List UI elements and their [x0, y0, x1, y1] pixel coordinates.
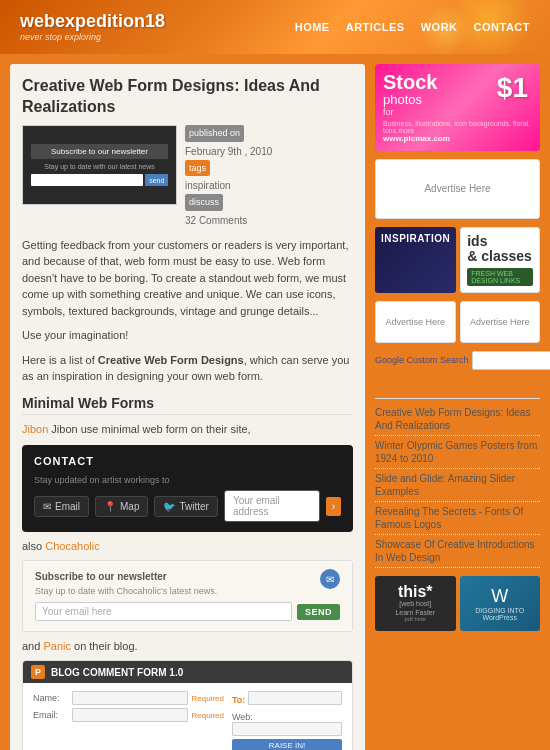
map-icon: 📍 [104, 501, 116, 512]
contact-form-row: ✉ Email 📍 Map 🐦 Twitter Your email addre… [34, 490, 341, 522]
popular-posts-section: Popular Posts Creative Web Form Designs:… [375, 378, 540, 568]
nav-articles[interactable]: ARTICLES [346, 21, 405, 33]
popular-title: Popular Posts [375, 378, 540, 399]
tag-value: inspiration [185, 180, 231, 191]
email-label: Email: [33, 710, 68, 720]
blog-form-header: P BLOG COMMENT FORM 1.0 [23, 661, 352, 683]
newsletter-input-mockup[interactable]: Your email here [35, 602, 292, 621]
article-body-2: Use your imagination! [22, 327, 353, 344]
blog-form-wrapper: P BLOG COMMENT FORM 1.0 Name: Required E… [22, 660, 353, 750]
newsletter-label: Subscribe to our newsletter [35, 571, 340, 582]
panic-link[interactable]: Panic [43, 640, 71, 652]
article-title: Creative Web Form Designs: Ideas And Rea… [22, 76, 353, 118]
name-field-row: Name: Required [33, 691, 224, 705]
comments-value: 32 Comments [185, 215, 247, 226]
blog-email-input-mockup[interactable] [72, 708, 188, 722]
popular-item-2[interactable]: Winter Olypmic Games Posters from 1924 t… [375, 436, 540, 469]
email-field-row: Email: Required [33, 708, 224, 722]
nav-contact[interactable]: CONTACT [474, 21, 530, 33]
chocaholic-link[interactable]: Chocaholic [45, 540, 99, 552]
raise-btn[interactable]: RAISE IN! [232, 739, 342, 750]
logo-text: webexpedition18 [20, 12, 165, 32]
article-thumbnail: Subscribe to our newsletter Stay up to d… [22, 125, 177, 205]
newsletter-row: Your email here SEND [35, 602, 340, 621]
popular-item-5[interactable]: Showcase Of Creative Introductions In We… [375, 535, 540, 568]
blog-form-title: BLOG COMMENT FORM 1.0 [51, 667, 183, 678]
twitter-btn[interactable]: 🐦 Twitter [154, 496, 217, 517]
tag-label: tags [185, 160, 210, 176]
header: webexpedition18 never stop exploring HOM… [0, 0, 550, 54]
and-panic-text: and Panic on their blog. [22, 640, 353, 652]
ad-banner[interactable]: Stock photos for $1 Business, illustrati… [375, 64, 540, 151]
article-meta: published on February 9th , 2010 tags in… [185, 125, 272, 228]
blog-form-right: To: Web: RAISE IN! [232, 691, 342, 750]
advertise-row: Advertise Here Advertise Here [375, 301, 540, 343]
discuss-label: discuss [185, 194, 223, 210]
contact-stay-updated: Stay updated on artist workings to [34, 475, 341, 485]
ad-tagline: Business, illustrations, icon background… [383, 120, 532, 134]
to-input-mockup[interactable] [248, 691, 342, 705]
thumb-subscribe-text: Subscribe to our newsletter [31, 144, 169, 159]
nav-work[interactable]: WORK [421, 21, 458, 33]
inspiration-section: INSPIRATION ids& classes FRESH WEB DESIG… [375, 227, 540, 293]
logo-subtitle: never stop exploring [20, 32, 165, 42]
search-input[interactable] [472, 351, 550, 370]
twitter-icon: 🐦 [163, 501, 175, 512]
this-sub: [web host] [399, 600, 431, 607]
popular-item-1[interactable]: Creative Web Form Designs: Ideas And Rea… [375, 403, 540, 436]
ad-for-text: for [383, 107, 532, 117]
email-icon: ✉ [43, 501, 51, 512]
logo: webexpedition18 never stop exploring [20, 12, 165, 42]
blog-form-fields: Name: Required Email: Required To: [33, 691, 342, 750]
newsletter-sub: Stay up to date with Chocaholic's latest… [35, 586, 340, 596]
also-text: also Chocaholic [22, 540, 353, 552]
advertise-small-1[interactable]: Advertise Here [375, 301, 456, 343]
ad-dollar-text: $1 [497, 72, 528, 104]
this-text: this* [398, 584, 433, 600]
published-label: published on [185, 125, 244, 141]
learn-faster: Learn Faster [395, 609, 435, 616]
advertise-label: Advertise Here [424, 183, 490, 194]
main-nav: HOME ARTICLES WORK CONTACT [295, 21, 530, 33]
web-input-mockup[interactable] [232, 722, 342, 736]
thumb-send-btn: send [145, 174, 168, 186]
thumb-input [31, 174, 144, 186]
email-btn[interactable]: ✉ Email [34, 496, 89, 517]
jibon-link[interactable]: Jibon [22, 423, 48, 435]
popular-item-3[interactable]: Slide and Glide: Amazing Slider Examples [375, 469, 540, 502]
ids-classes-title: ids& classes [467, 234, 533, 265]
search-section: Google Custom Search Search [375, 351, 540, 370]
email-input-mockup[interactable]: Your email address [224, 490, 320, 522]
jibon-intro: Jibon Jibon use minimal web form on thei… [22, 421, 353, 438]
article-meta-row: Subscribe to our newsletter Stay up to d… [22, 125, 353, 228]
ids-classes-sub: FRESH WEB DESIGN LINKS [467, 268, 533, 286]
to-label: To: [232, 695, 245, 705]
nav-home[interactable]: HOME [295, 21, 330, 33]
google-label: Google Custom Search [375, 355, 469, 365]
ids-classes-block: ids& classes FRESH WEB DESIGN LINKS [460, 227, 540, 293]
newsletter-icon: ✉ [320, 569, 340, 589]
newsletter-send-btn[interactable]: SEND [297, 604, 340, 620]
main-container: Creative Web Form Designs: Ideas And Rea… [0, 54, 550, 750]
thumb-input-row: send [31, 174, 169, 186]
wp-logo: W [491, 586, 508, 607]
thumb-tagline: Stay up to date with our latest news [31, 163, 169, 170]
article-body-3: Here is a list of Creative Web Form Desi… [22, 352, 353, 385]
jibon-suffix: Jibon use minimal web form on their site… [51, 423, 250, 435]
published-date: February 9th , 2010 [185, 146, 272, 157]
advertise-here-top[interactable]: Advertise Here [375, 159, 540, 219]
wordpress-thumb[interactable]: W DIGGING INTO WordPress [460, 576, 541, 631]
blog-form-mockup: P BLOG COMMENT FORM 1.0 Name: Required E… [22, 660, 353, 750]
newsletter-mockup: Subscribe to our newsletter Stay up to d… [22, 560, 353, 632]
sidebar: Stock photos for $1 Business, illustrati… [375, 64, 540, 750]
this-webhost-thumb[interactable]: this* [web host] Learn Faster pdf hide [375, 576, 456, 631]
popular-item-4[interactable]: Revealing The Secrets - Fonts Of Famous … [375, 502, 540, 535]
blog-logo-icon: P [31, 665, 45, 679]
sidebar-thumbnail-row: this* [web host] Learn Faster pdf hide W… [375, 576, 540, 631]
name-input-mockup[interactable] [72, 691, 188, 705]
advertise-small-2[interactable]: Advertise Here [460, 301, 541, 343]
inspiration-block: INSPIRATION [375, 227, 456, 293]
map-btn[interactable]: 📍 Map [95, 496, 148, 517]
article-body-1: Getting feedback from your customers or … [22, 237, 353, 320]
submit-arrow[interactable]: › [326, 497, 341, 516]
